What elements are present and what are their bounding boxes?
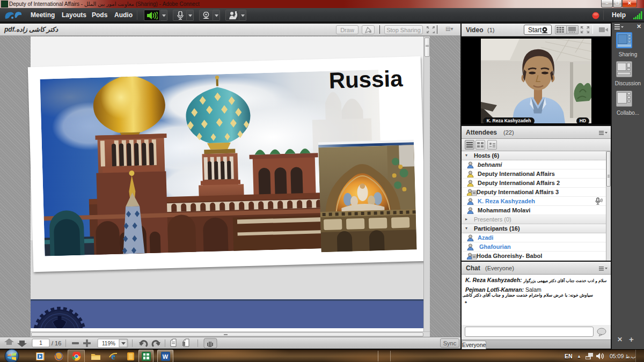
svg-text:W: W bbox=[163, 353, 169, 360]
svg-text:119%: 119% bbox=[102, 341, 115, 346]
svg-text:/ 16: / 16 bbox=[52, 340, 61, 346]
svg-text:1: 1 bbox=[39, 340, 42, 346]
